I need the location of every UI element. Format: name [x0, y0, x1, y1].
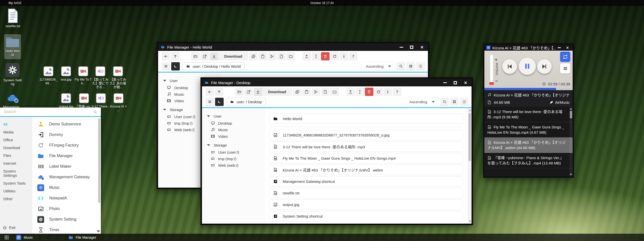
desktop-icon-117346026[interactable]: 117346026_49... [39, 66, 58, 85]
playlist-item[interactable]: Fly Me To The Moon _ Gawr Gura Sings _ H… [484, 122, 573, 137]
minimize-button[interactable] [400, 47, 403, 48]
category-other[interactable]: Other [0, 195, 32, 203]
download-button[interactable]: Download [210, 52, 248, 60]
paste-button[interactable] [258, 52, 267, 60]
chevron-down-icon[interactable] [97, 230, 100, 232]
cut-button[interactable] [268, 52, 276, 60]
file-row-system-setting-shortcut[interactable]: System Setting.shortcut [269, 211, 463, 221]
back-button[interactable] [206, 88, 214, 96]
volume-up-label[interactable]: + [495, 57, 497, 62]
dark-mode-toggle[interactable] [171, 62, 180, 71]
topbar-menu-icon[interactable] [636, 1, 640, 5]
sort-dropdown[interactable]: Ascending [405, 98, 439, 106]
back-button[interactable] [162, 52, 170, 60]
search-button[interactable] [397, 62, 405, 71]
volume-slider[interactable] [490, 54, 493, 84]
minimize-button[interactable] [558, 47, 561, 48]
minimize-button[interactable] [443, 82, 447, 83]
scrollbar[interactable] [569, 107, 573, 177]
info-button[interactable]: i [340, 52, 348, 60]
app-item-photo[interactable]: Photo [32, 203, 101, 214]
paste-button[interactable] [302, 88, 311, 96]
sort-dropdown[interactable]: Ascending [362, 62, 395, 71]
new-file-button[interactable] [321, 88, 330, 96]
category-internet[interactable]: Internet [0, 159, 32, 167]
close-button[interactable] [566, 46, 569, 49]
scroll-up-icon[interactable] [570, 108, 572, 110]
category-media[interactable]: Media [0, 128, 32, 136]
search-icon[interactable] [93, 110, 97, 114]
open-external-button[interactable] [244, 88, 253, 96]
info-button[interactable]: i [384, 88, 392, 96]
scrollbar[interactable] [468, 108, 472, 224]
up-button[interactable] [215, 88, 223, 96]
app-item-file-manager[interactable]: File Manager [32, 151, 101, 161]
category-system-settings[interactable]: System Settings [0, 167, 32, 179]
new-folder-button[interactable] [286, 52, 295, 60]
app-item-timer[interactable]: Timer [32, 225, 101, 234]
sidebar-item-desktop[interactable]: Desktop [207, 120, 265, 126]
file-row-117346026-jpg[interactable]: 117346026_4968186883206677_3276783073763… [269, 130, 463, 140]
rename-button[interactable] [312, 52, 320, 60]
menu-button[interactable] [206, 98, 214, 106]
category-download[interactable]: Download [0, 144, 32, 152]
delete-button[interactable] [365, 88, 373, 96]
refresh-button[interactable] [330, 52, 339, 60]
file-row-fly-me-to-the-moon-mp4[interactable]: Fly Me To The Moon _ Gawr Gura Sings _ H… [269, 153, 463, 163]
sidebar-item-music[interactable]: Music [207, 126, 265, 133]
playlist-toggle-button[interactable] [560, 63, 570, 74]
app-item-ffmpeg-factory[interactable]: FFmpeg Factory [32, 140, 101, 151]
sidebar-section-storage[interactable]: Storage [207, 143, 265, 147]
close-button[interactable] [464, 81, 467, 85]
search-input[interactable] [4, 110, 93, 114]
desktop-icon-output-jpg[interactable]: output.jpg [56, 93, 76, 108]
scrollbar-thumb[interactable] [469, 113, 471, 161]
cut-button[interactable] [312, 88, 320, 96]
file-row-hello-world[interactable]: Hello World [269, 114, 463, 124]
desktop-icon-test-jpg[interactable]: test.jpg [56, 66, 76, 81]
title-bar[interactable]: Kizuna AI × 花譜 #63 「かりそめ」【... [484, 45, 573, 51]
close-button[interactable] [420, 45, 424, 49]
help-button[interactable]: ? [349, 52, 358, 60]
maximize-button[interactable] [410, 46, 413, 49]
playlist-item[interactable]: 『雪峰 ~yukimine~ Piano & Strings Ver.』を歌って… [484, 153, 573, 168]
upload-button[interactable] [302, 52, 311, 60]
app-item-system-setting[interactable]: System Setting [32, 214, 101, 225]
airmusic-badge[interactable]: AirMusic [549, 100, 570, 105]
dark-mode-toggle[interactable] [215, 98, 224, 106]
title-bar[interactable]: File Manager - Hello World [158, 43, 428, 51]
up-button[interactable] [171, 52, 180, 60]
taskbar-item-music[interactable]: Music [16, 234, 33, 241]
copy-button[interactable] [249, 52, 258, 60]
sidebar-item-tmp-drive[interactable]: tmp (tmp:/) [207, 155, 265, 162]
sidebar-item-web-drive[interactable]: Web (web:/) [207, 162, 265, 168]
sidebar-item-user-drive[interactable]: User (user:/) [207, 149, 265, 155]
playlist-item-selected[interactable]: Kizuna AI × 花譜 #63 「かりそめ」【オリジナルMV】.webm … [484, 137, 573, 153]
desktop-icon-there-will-be-love[interactable]: 3-12 There... [91, 93, 110, 108]
category-files[interactable]: Files [0, 152, 32, 159]
desktop-icon-hello-world[interactable]: Hello World [4, 34, 21, 59]
maximize-button[interactable] [454, 81, 457, 84]
volume-down-label[interactable]: − [495, 78, 498, 84]
download-button[interactable]: Download [254, 88, 292, 96]
file-row-kizuna-ai-webm[interactable]: Kizuna AI × 花譜 #63 「かりそめ」【オリジナルMV】.webm [269, 165, 463, 175]
volume-slider-handle[interactable] [489, 82, 494, 85]
open-button[interactable] [235, 88, 244, 96]
taskbar-item-file-manager[interactable]: File Manager [69, 234, 96, 241]
exit-button[interactable]: Exit [3, 225, 15, 230]
file-row-management-gateway-shortcut[interactable]: Management Gateway.shortcut [269, 176, 463, 187]
grid-view-button[interactable] [406, 62, 415, 71]
copy-button[interactable] [293, 88, 302, 96]
sidebar-item-video[interactable]: Video [207, 133, 265, 140]
app-item-notepada[interactable]: NotepadA [32, 193, 101, 203]
seek-bar[interactable] [484, 88, 573, 90]
open-button[interactable] [191, 52, 200, 60]
desktop-icon-fly-me-to-the-moon[interactable]: Fly Me To Th... [74, 66, 93, 85]
file-row-newfile-txt[interactable]: newfile.txt [269, 188, 463, 198]
title-bar[interactable]: File Manager - Desktop [202, 79, 472, 86]
search-button[interactable] [440, 98, 449, 106]
menu-button[interactable] [162, 62, 170, 71]
category-utilities[interactable]: Utilities [0, 187, 32, 195]
refresh-button[interactable] [374, 88, 383, 96]
open-external-button[interactable] [200, 52, 209, 60]
